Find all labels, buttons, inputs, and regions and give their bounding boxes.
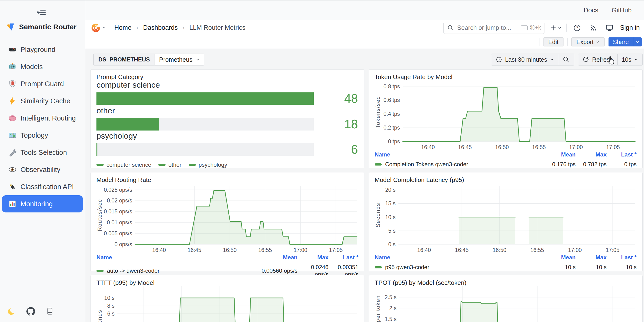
sidebar-item-topology[interactable]: Topology xyxy=(2,127,83,144)
refresh-interval-select[interactable]: 10s xyxy=(617,54,642,65)
svg-text:16:50: 16:50 xyxy=(495,144,509,150)
svg-text:Seconds: Seconds xyxy=(375,203,381,228)
legend-header-name[interactable]: Name xyxy=(375,151,530,158)
svg-text:15 s: 15 s xyxy=(385,200,396,206)
brand[interactable]: Semantic Router xyxy=(6,22,76,32)
sidebar-item-similarity-cache[interactable]: Similarity Cache xyxy=(2,92,83,110)
kiosk-mode-button[interactable] xyxy=(604,22,615,34)
theme-toggle-button[interactable] xyxy=(7,307,16,316)
svg-text:17:00: 17:00 xyxy=(568,247,582,253)
breadcrumb: Home › Dashboards › LLM Router Metrics xyxy=(114,24,246,32)
search-icon xyxy=(447,24,454,32)
legend-max-value: 0.782 tps xyxy=(576,161,606,168)
series-toggle[interactable]: Completion Tokens qwen3-coder xyxy=(375,161,530,168)
time-range-picker[interactable]: Last 30 minutes xyxy=(491,54,558,65)
breadcrumb-dashboards[interactable]: Dashboards xyxy=(143,24,178,32)
sidebar-item-monitoring[interactable]: Monitoring xyxy=(2,195,83,212)
time-series-chart[interactable]: 0 ops/s0.005 ops/s0.01 ops/s0.015 ops/s0… xyxy=(96,182,359,254)
legend-header-mean[interactable]: Mean xyxy=(530,151,576,158)
news-button[interactable] xyxy=(588,22,599,34)
wrench-icon xyxy=(8,148,17,157)
legend-item[interactable]: computer science xyxy=(96,162,151,168)
github-footer-button[interactable] xyxy=(26,307,35,316)
datasource-select[interactable]: Prometheus xyxy=(155,54,204,66)
zoom-out-icon xyxy=(562,56,570,63)
docs-footer-button[interactable] xyxy=(45,307,54,316)
legend-header-max[interactable]: Max xyxy=(576,151,606,158)
export-button[interactable]: Export xyxy=(571,38,605,46)
panel-title[interactable]: Prompt Category xyxy=(96,73,144,81)
share-button[interactable]: Share xyxy=(608,38,633,46)
legend-last-value: 10 s xyxy=(606,264,636,271)
collapse-sidebar-button[interactable] xyxy=(36,8,47,17)
time-series-chart[interactable]: 0 tps0.2 tps0.4 tps0.6 tps0.8 tps16:4016… xyxy=(375,79,637,150)
eye-icon xyxy=(8,165,17,174)
series-toggle[interactable]: p95 qwen3-coder xyxy=(375,264,530,271)
refresh-button[interactable]: Refresh xyxy=(578,54,617,65)
grafana-logo-button[interactable] xyxy=(91,23,106,32)
legend-header-last[interactable]: Last * xyxy=(606,254,636,261)
legend-header-max[interactable]: Max xyxy=(576,254,606,261)
legend-header-last[interactable]: Last * xyxy=(606,151,636,158)
svg-text:0.02 ops/s: 0.02 ops/s xyxy=(107,198,132,204)
game-controller-icon xyxy=(8,45,17,54)
panel-title[interactable]: TPOT (p95) by Model (sec/token) xyxy=(375,279,466,286)
svg-text:Seconds per token: Seconds per token xyxy=(375,295,381,322)
search-input[interactable]: Search or jump to... ⌘+k xyxy=(444,22,544,34)
sidebar-item-label: Observability xyxy=(20,166,60,174)
edit-button[interactable]: Edit xyxy=(543,38,564,46)
series-swatch xyxy=(375,164,382,166)
svg-text:17:00: 17:00 xyxy=(569,144,583,150)
svg-text:5 s: 5 s xyxy=(388,228,396,234)
time-series-chart[interactable]: 6 s8 s10 sSeconds xyxy=(96,286,359,322)
sidebar-item-observability[interactable]: Observability xyxy=(2,161,83,178)
sidebar-item-playground[interactable]: Playground xyxy=(2,41,83,58)
shield-icon xyxy=(8,80,17,88)
legend-mean-value: 0.00560 ops/s xyxy=(252,267,298,274)
sidebar-item-models[interactable]: Models xyxy=(2,58,83,75)
sign-in-button[interactable]: Sign in xyxy=(620,24,640,32)
bar-value: 48 xyxy=(344,92,358,105)
sidebar-item-label: Intelligent Routing xyxy=(20,114,76,122)
help-button[interactable]: ? xyxy=(571,22,583,34)
legend-item[interactable]: psychology xyxy=(189,162,227,168)
svg-text:10 s: 10 s xyxy=(104,295,114,301)
docs-link[interactable]: Docs xyxy=(584,7,598,14)
actions-divider xyxy=(567,38,568,46)
svg-text:16:40: 16:40 xyxy=(421,144,435,150)
breadcrumb-separator: › xyxy=(182,24,184,32)
sidebar-item-label: Prompt Guard xyxy=(20,80,64,88)
time-series-chart[interactable]: 0 s5 s10 s15 s20 s16:4016:4516:5016:5517… xyxy=(375,182,637,254)
panel-title[interactable]: TTFT (p95) by Model xyxy=(96,279,154,286)
svg-text:0.4 tps: 0.4 tps xyxy=(384,111,400,117)
legend-row: p95 qwen3-coder 10 s 10 s 10 s xyxy=(375,262,636,271)
legend-header-mean[interactable]: Mean xyxy=(252,254,298,261)
github-link[interactable]: GitHub xyxy=(612,7,632,14)
svg-text:2.5 s: 2.5 s xyxy=(385,294,396,300)
legend-table: Name Mean Max Last * Completion Tokens q… xyxy=(375,151,636,168)
legend-header-last[interactable]: Last * xyxy=(328,254,358,261)
add-new-button[interactable] xyxy=(549,24,562,32)
sidebar-item-tools-selection[interactable]: Tools Selection xyxy=(2,144,83,161)
legend-header-name[interactable]: Name xyxy=(375,254,530,261)
book-icon xyxy=(46,307,54,315)
time-series-chart[interactable]: 1.5 s2 s2.5 sSeconds per token xyxy=(375,286,637,322)
series-toggle[interactable]: auto -> qwen3-coder xyxy=(96,267,252,274)
legend-item[interactable]: other xyxy=(158,162,182,168)
legend-header-mean[interactable]: Mean xyxy=(530,254,576,261)
breadcrumb-home[interactable]: Home xyxy=(114,24,132,32)
svg-text:Seconds: Seconds xyxy=(97,310,103,322)
legend-header: Name Mean Max Last * xyxy=(375,151,636,159)
bar-label: other xyxy=(96,106,115,115)
sidebar-item-classification-api[interactable]: Classification API xyxy=(2,178,83,195)
svg-text:16:55: 16:55 xyxy=(530,247,544,253)
legend-header-name[interactable]: Name xyxy=(96,254,252,261)
legend-header-max[interactable]: Max xyxy=(298,254,328,261)
share-menu-button[interactable] xyxy=(633,38,642,46)
sidebar-item-prompt-guard[interactable]: Prompt Guard xyxy=(2,75,83,92)
sidebar-item-label: Classification API xyxy=(20,183,74,191)
sidebar-item-intelligent-routing[interactable]: Intelligent Routing xyxy=(2,110,83,127)
svg-text:16:55: 16:55 xyxy=(258,247,272,253)
legend-table: Name Mean Max Last * p95 qwen3-coder 10 … xyxy=(375,254,636,271)
zoom-out-time-button[interactable] xyxy=(558,54,574,65)
